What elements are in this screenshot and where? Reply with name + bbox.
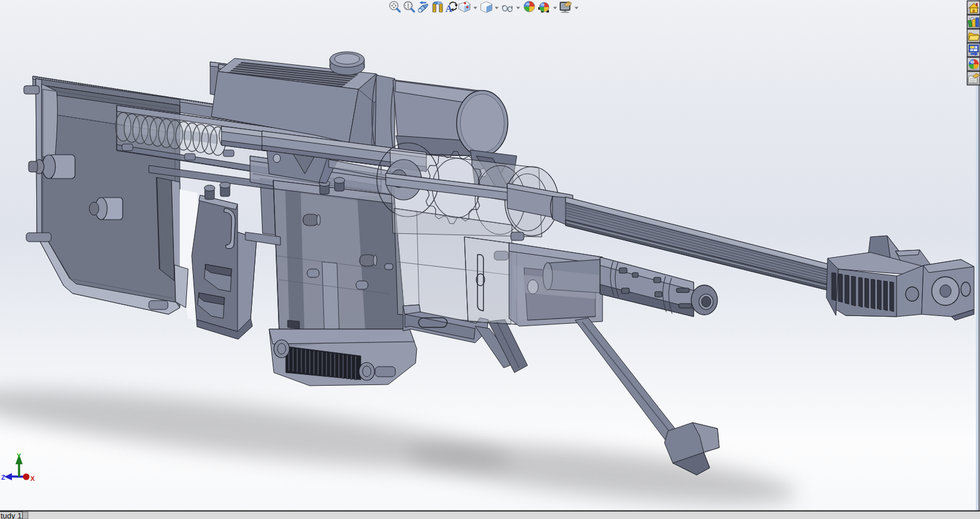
svg-text:Y: Y xyxy=(17,452,21,459)
svg-text:tudy 1: tudy 1 xyxy=(1,511,21,519)
svg-text:A: A xyxy=(445,4,452,14)
svg-text:Z: Z xyxy=(1,474,5,481)
svg-text:X: X xyxy=(30,475,35,482)
